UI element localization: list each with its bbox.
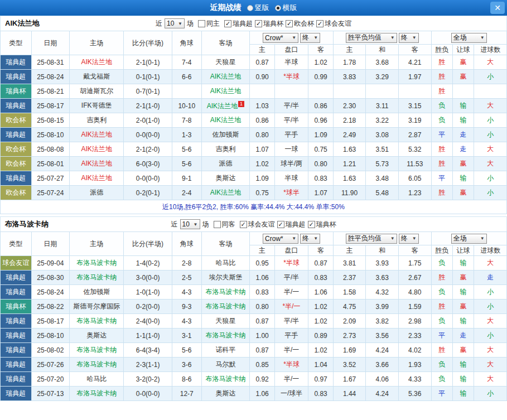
league-filter-checkbox[interactable]: ✓瑞典杯 <box>255 19 283 28</box>
league-filter-checkbox[interactable]: ✓瑞典超 <box>224 19 253 28</box>
avg-stage-select[interactable]: 终▼ <box>399 33 419 43</box>
chevron-down-icon: ▼ <box>412 236 417 241</box>
result-handicap: 赢 <box>452 157 474 171</box>
home-team: 派德 <box>70 186 124 200</box>
avg-away: 3.15 <box>398 99 431 113</box>
result-wdl: 负 <box>431 99 452 113</box>
league-badge: 瑞典超 <box>1 128 32 142</box>
away-team: AIK法兰地 <box>201 70 250 84</box>
avg-away: 4.80 <box>398 285 431 300</box>
away-team: 天狼星 <box>201 55 250 70</box>
avg-home: 1.58 <box>333 285 366 300</box>
avg-odds-select[interactable]: 胜平负均值▼ <box>346 33 397 43</box>
avg-draw: 3.29 <box>366 70 399 84</box>
checkbox-unchecked-icon <box>214 221 221 228</box>
avg-home <box>333 84 366 99</box>
match-count-select[interactable]: 10▼ <box>165 18 185 28</box>
away-team: 天狼星 <box>201 314 250 329</box>
score: 1-1(1-0) <box>124 329 172 343</box>
league-filter-checkbox[interactable]: ✓瑞典杯 <box>308 220 336 229</box>
result-wdl: 负 <box>431 358 452 372</box>
handicap: 半球 <box>274 55 308 70</box>
games-label: 场 <box>187 19 194 28</box>
avg-stage-select[interactable]: 终▼ <box>399 234 419 244</box>
result-wdl: 胜 <box>431 157 452 171</box>
league-filter-checkbox[interactable]: ✓瑞典超 <box>277 220 306 229</box>
summary-text: 近10场,胜6平2负2, 胜率:60% 赢率:44.4% 大:44.4% 单率:… <box>1 200 507 214</box>
avg-draw: 3.51 <box>366 142 399 157</box>
avg-odds-select[interactable]: 胜平负均值▼ <box>346 234 397 244</box>
league-badge: 欧会杯 <box>1 113 32 128</box>
match-count-select[interactable]: 10▼ <box>180 219 200 229</box>
result-wdl: 负 <box>431 285 452 300</box>
odds-home: 0.95 <box>250 256 274 271</box>
checkbox-checked-icon: ✓ <box>316 20 323 27</box>
result-wdl: 平 <box>431 387 452 401</box>
score: 1-0(1-0) <box>124 285 172 300</box>
home-team: AIK法兰地 <box>70 128 124 142</box>
result-handicap: 赢 <box>452 186 474 200</box>
col-home: 主场 <box>70 232 124 256</box>
near-label: 近 <box>171 220 178 229</box>
league-filter-checkbox[interactable]: ✓球会友谊 <box>316 19 351 28</box>
match-row: 欧会杯25-08-15吉奥利2-0(1-0)7-8AIK法兰地0.86平/半0.… <box>1 113 507 128</box>
result-wdl: 平 <box>431 329 452 343</box>
avg-draw: 5.73 <box>366 157 399 171</box>
result-wdl: 平 <box>431 128 452 142</box>
avg-draw: 5.48 <box>366 186 399 200</box>
league-filter-checkbox[interactable]: ✓球会友谊 <box>240 220 275 229</box>
same-venue-checkbox[interactable]: 同主 <box>198 19 220 28</box>
layout-horizontal-radio[interactable]: 横版 <box>275 3 297 13</box>
bookmaker-select[interactable]: Crow*▼ <box>263 33 298 43</box>
avg-draw: 3.68 <box>366 55 399 70</box>
same-venue-checkbox[interactable]: 同客 <box>214 220 235 229</box>
odds-home: 0.87 <box>250 343 274 358</box>
bookmaker-select[interactable]: Crow*▼ <box>263 234 298 244</box>
home-team: 布洛马波卡纳 <box>70 387 124 401</box>
score: 1-4(0-2) <box>124 256 172 271</box>
avg-away: 2.87 <box>398 128 431 142</box>
section-team-name: AIK法兰地 <box>5 18 39 28</box>
games-label: 场 <box>202 220 209 229</box>
league-badge: 瑞典超 <box>1 271 32 285</box>
match-date: 25-07-20 <box>31 372 70 387</box>
match-row: 瑞典超25-08-10奥斯达1-1(1-0)3-1布洛马波卡纳1.00平手0.8… <box>1 329 507 343</box>
score: 0-0(0-0) <box>124 387 172 401</box>
score: 6-4(3-4) <box>124 343 172 358</box>
summary-row: 近10场,胜6平2负2, 胜率:60% 赢率:44.4% 大:44.4% 单率:… <box>1 200 507 214</box>
handicap: *半球 <box>274 70 308 84</box>
home-team: 布洛马波卡纳 <box>70 314 124 329</box>
close-button[interactable]: ✕ <box>490 2 505 14</box>
odds-away: 0.99 <box>308 70 333 84</box>
odds-stage-select[interactable]: 终▼ <box>300 234 320 244</box>
col-date: 日期 <box>31 31 70 55</box>
avg-home: 2.73 <box>333 329 366 343</box>
home-team: 布洛马波卡纳 <box>70 343 124 358</box>
corner: 7-8 <box>172 113 202 128</box>
subcol-avg-away: 客 <box>398 245 431 256</box>
match-date: 25-08-15 <box>31 113 70 128</box>
subcol-handicap: 盘口 <box>274 45 308 55</box>
result-goals: 小 <box>474 113 507 128</box>
avg-draw: 3.93 <box>366 256 399 271</box>
scope-select[interactable]: 全场▼ <box>451 234 487 244</box>
home-team: AIK法兰地 <box>70 171 124 186</box>
odds-stage-select[interactable]: 终▼ <box>300 33 320 43</box>
odds-home <box>250 84 274 99</box>
odds-home: 0.90 <box>250 70 274 84</box>
avg-home: 2.18 <box>333 113 366 128</box>
chevron-down-icon: ▼ <box>390 236 395 241</box>
scope-select[interactable]: 全场▼ <box>451 33 487 43</box>
avg-home: 1.63 <box>333 171 366 186</box>
corner: 4-3 <box>172 314 202 329</box>
odds-away: 0.87 <box>308 256 333 271</box>
handicap: *球半 <box>274 186 308 200</box>
result-goals: 大 <box>474 314 507 329</box>
league-badge: 瑞典超 <box>1 329 32 343</box>
handicap: *半球 <box>274 256 308 271</box>
subcol-avg-home: 主 <box>333 45 366 55</box>
layout-vertical-radio[interactable]: 竖版 <box>247 3 269 13</box>
subcol-handicap-result: 让球 <box>452 245 474 256</box>
league-filter-checkbox[interactable]: ✓欧会杯 <box>286 19 314 28</box>
score: 6-0(3-0) <box>124 157 172 171</box>
